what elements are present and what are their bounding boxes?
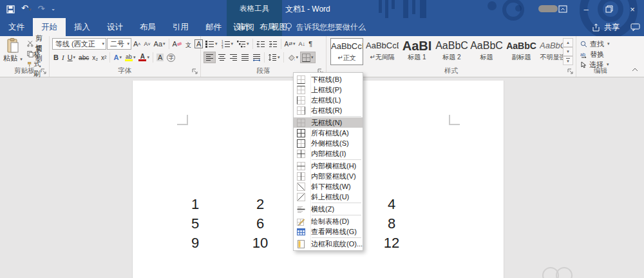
shading-button[interactable]: ▾ — [286, 52, 300, 63]
table-cell[interactable]: 4 — [377, 196, 406, 213]
underline-button[interactable]: U▾ — [66, 52, 77, 63]
search-icon — [580, 41, 587, 48]
styles-scroll-down-button[interactable]: ▼ — [563, 47, 573, 56]
grow-font-button[interactable]: A˄ — [132, 38, 142, 50]
styles-gallery-more-button[interactable]: ▼ — [563, 56, 573, 65]
share-label: 共享 — [604, 22, 620, 33]
tab-references[interactable]: 引用 — [164, 18, 197, 36]
style-subtitle[interactable]: AaBbC副标题 — [505, 38, 538, 65]
menu-item-bottom-border[interactable]: 下框线(B) — [294, 74, 363, 84]
minimize-button[interactable]: – — [574, 0, 598, 18]
restore-button[interactable] — [598, 0, 621, 18]
justify-button[interactable] — [240, 52, 251, 63]
customize-qat-button[interactable]: ⌄ — [51, 0, 55, 18]
enclose-characters-button[interactable]: 字 — [166, 52, 176, 63]
clear-formatting-button[interactable]: A — [171, 38, 184, 50]
phonetic-guide-button[interactable]: ˈ ˈ文 — [184, 38, 193, 50]
superscript-button[interactable]: x² — [100, 52, 108, 63]
italic-button[interactable]: I — [61, 52, 66, 63]
replace-button[interactable]: ab 替换 — [576, 49, 625, 59]
menu-item-outside-borders[interactable]: 外侧框线(S) — [294, 138, 363, 148]
style-heading1[interactable]: AaBI标题 1 — [401, 38, 433, 65]
tab-mailings[interactable]: 邮件 — [197, 18, 230, 36]
table-cell[interactable]: 1 — [181, 196, 209, 213]
border-inside-horizontal-icon — [297, 162, 305, 170]
shrink-font-button[interactable]: A˅ — [142, 38, 151, 50]
menu-item-no-border[interactable]: 无框线(N) — [294, 117, 363, 128]
font-size-combo[interactable]: 二号▾ — [107, 38, 131, 50]
tab-layout[interactable]: 布局 — [131, 18, 164, 36]
collapse-ribbon-button[interactable] — [630, 65, 640, 74]
undo-button[interactable]: ↶▾ — [21, 0, 31, 19]
redo-icon: ↷ — [37, 4, 44, 14]
share-button[interactable]: 共享 — [592, 18, 620, 36]
subscript-button[interactable]: x₂ — [91, 52, 99, 63]
multilevel-list-button[interactable]: ▾ — [235, 38, 251, 50]
show-hide-marks-button[interactable]: ¶ — [307, 38, 314, 50]
ribbon-display-options-button[interactable] — [551, 0, 574, 18]
decrease-indent-button[interactable] — [255, 38, 267, 50]
distribute-button[interactable] — [251, 52, 262, 63]
highlight-color-button[interactable]: ab▾ — [124, 52, 137, 63]
menu-item-diagonal-down-border[interactable]: 斜下框线(W) — [294, 181, 363, 192]
align-left-button[interactable] — [204, 52, 216, 63]
text-effects-button[interactable]: A▾ — [112, 52, 122, 63]
svg-text:3: 3 — [222, 46, 223, 48]
menu-item-inside-horizontal-border[interactable]: 内部横框线(H) — [294, 161, 363, 171]
align-right-button[interactable] — [228, 52, 239, 63]
borders-button[interactable]: ▾ — [300, 52, 316, 63]
tab-design[interactable]: 设计 — [99, 18, 131, 36]
asian-layout-button[interactable]: A⇄▾ — [283, 38, 297, 50]
table-cell[interactable]: 10 — [246, 235, 274, 252]
style-normal[interactable]: AaBbCcD↵正文 — [330, 38, 363, 65]
menu-item-view-gridlines[interactable]: 查看网格线(G) — [294, 226, 363, 237]
comments-button[interactable] — [630, 18, 640, 36]
tell-me-box[interactable]: 告诉我您想要做什么 — [285, 18, 366, 36]
table-cell[interactable]: 12 — [377, 235, 406, 252]
table-cell[interactable]: 8 — [377, 215, 406, 232]
line-spacing-button[interactable]: ▾ — [267, 52, 281, 63]
menu-item-horizontal-line[interactable]: 横线(Z) — [294, 204, 363, 214]
styles-dialog-launcher[interactable] — [567, 68, 574, 75]
menu-item-draw-table[interactable]: 绘制表格(D) — [294, 216, 363, 226]
tab-file[interactable]: 文件 — [0, 18, 33, 36]
numbering-button[interactable]: 123 ▾ — [220, 38, 235, 50]
table-cell[interactable]: 2 — [246, 196, 274, 213]
tab-table-layout[interactable]: 布局 — [254, 18, 281, 36]
style-title[interactable]: AaBbC标题 — [470, 38, 503, 65]
group-editing: 查找▾ ab 替换 选择▾ 编辑 — [576, 36, 625, 77]
menu-item-inside-borders[interactable]: 内部框线(I) — [294, 148, 363, 159]
menu-item-left-border[interactable]: 左框线(L) — [294, 95, 363, 105]
find-button[interactable]: 查找▾ — [576, 39, 625, 49]
table-cell[interactable]: 9 — [181, 235, 209, 252]
menu-item-diagonal-up-border[interactable]: 斜上框线(U) — [294, 192, 363, 202]
tab-insert[interactable]: 插入 — [66, 18, 99, 36]
style-heading2[interactable]: AaBbC标题 2 — [435, 38, 468, 65]
font-dialog-launcher[interactable] — [192, 68, 198, 75]
bold-button[interactable]: B — [52, 52, 60, 63]
change-case-button[interactable]: Aa▾ — [153, 38, 167, 50]
menu-item-top-border[interactable]: 上框线(P) — [294, 84, 363, 95]
increase-indent-button[interactable] — [267, 38, 279, 50]
sort-button[interactable]: A↓ — [298, 38, 307, 50]
font-name-combo[interactable]: 等线 (西文正▾ — [52, 38, 106, 50]
character-shading-button[interactable]: A — [155, 52, 165, 63]
menu-item-all-borders[interactable]: 所有框线(A) — [294, 128, 363, 138]
table-cell[interactable]: 5 — [181, 215, 209, 232]
clipboard-dialog-launcher[interactable] — [41, 68, 47, 75]
menu-item-inside-vertical-border[interactable]: 内部竖框线(V) — [294, 171, 363, 181]
close-button[interactable]: × — [621, 0, 644, 18]
tab-table-design[interactable]: 设计 — [228, 18, 254, 36]
font-color-button[interactable]: A▾ — [137, 52, 151, 63]
table-cell[interactable]: 6 — [246, 215, 274, 232]
bullets-button[interactable]: ▾ — [204, 38, 219, 50]
save-button[interactable] — [6, 5, 15, 14]
menu-item-right-border[interactable]: 右框线(R) — [294, 105, 363, 115]
strikethrough-button[interactable]: abc — [77, 52, 90, 63]
redo-button[interactable]: ↷ — [37, 0, 44, 18]
align-center-button[interactable] — [216, 52, 227, 63]
style-no-spacing[interactable]: AaBbCcD↵无间隔 — [366, 38, 399, 65]
replace-icon: ab — [580, 51, 587, 58]
styles-scroll-up-button[interactable]: ▲ — [563, 38, 573, 47]
menu-item-borders-and-shading[interactable]: 边框和底纹(O)... — [294, 239, 363, 249]
